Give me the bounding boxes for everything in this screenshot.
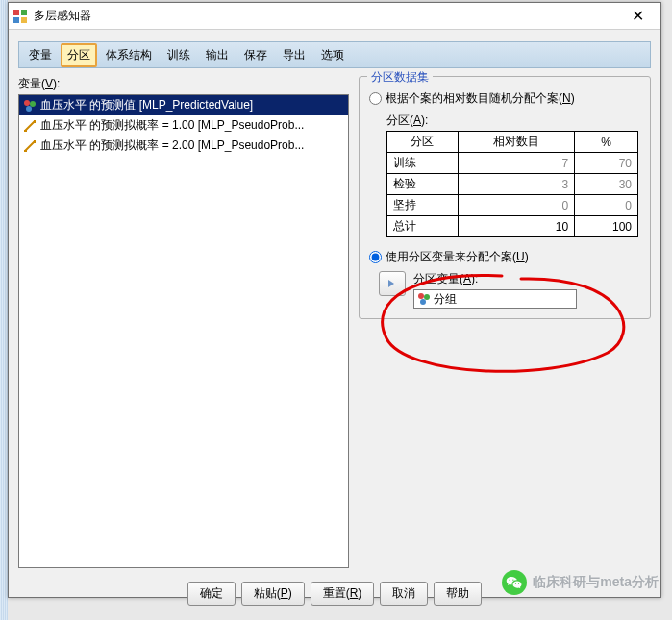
- titlebar: 多层感知器 ✕: [9, 3, 660, 30]
- svg-rect-12: [34, 140, 36, 143]
- dialog-window: 多层感知器 ✕ 变量分区体系结构训练输出保存导出选项 变量(V): 血压水平 的…: [8, 2, 661, 598]
- app-icon: [12, 9, 28, 24]
- tab-1[interactable]: 分区: [61, 43, 97, 67]
- svg-rect-3: [21, 17, 27, 23]
- svg-point-5: [30, 101, 36, 107]
- partition-fieldset: 分区数据集 根据个案的相对数目随机分配个案(N) 分区(A): 分区相对数目%训…: [359, 76, 651, 319]
- partition-variable-label: 分区变量(A):: [413, 271, 577, 287]
- svg-rect-9: [34, 120, 36, 123]
- tab-7[interactable]: 选项: [314, 43, 351, 67]
- table-row: 检验330: [387, 174, 638, 195]
- tab-0[interactable]: 变量: [22, 43, 59, 67]
- variables-listbox[interactable]: 血压水平 的预测值 [MLP_PredictedValue]血压水平 的预测拟概…: [18, 94, 349, 568]
- paste-button[interactable]: 粘贴(P): [241, 582, 305, 606]
- tab-3[interactable]: 训练: [161, 43, 197, 67]
- table-header: %: [575, 132, 638, 153]
- move-variable-button[interactable]: [379, 271, 406, 296]
- tab-6[interactable]: 导出: [276, 43, 312, 67]
- fieldset-legend: 分区数据集: [367, 69, 433, 86]
- table-row: 总计10100: [387, 216, 638, 237]
- svg-point-15: [420, 299, 426, 305]
- watermark: 临床科研与meta分析: [502, 570, 659, 595]
- svg-point-4: [24, 100, 30, 106]
- tab-bar: 变量分区体系结构训练输出保存导出选项: [18, 41, 651, 68]
- help-button[interactable]: 帮助: [434, 582, 482, 606]
- table-row: 坚持00: [387, 195, 638, 216]
- nominal-icon: [417, 292, 431, 306]
- svg-rect-0: [13, 10, 19, 15]
- svg-rect-8: [24, 130, 27, 132]
- tab-4[interactable]: 输出: [199, 43, 236, 67]
- radio-random-assign-input[interactable]: [369, 92, 382, 105]
- radio-use-variable-input[interactable]: [369, 251, 382, 263]
- watermark-text: 临床科研与meta分析: [533, 574, 659, 591]
- svg-line-10: [25, 141, 35, 151]
- reset-button[interactable]: 重置(R): [311, 582, 375, 606]
- radio-random-assign[interactable]: 根据个案的相对数目随机分配个案(N): [369, 90, 640, 107]
- svg-rect-1: [21, 10, 27, 15]
- list-item[interactable]: 血压水平 的预测值 [MLP_PredictedValue]: [19, 95, 348, 115]
- cancel-button[interactable]: 取消: [380, 582, 428, 606]
- variables-label: 变量(V):: [18, 76, 349, 92]
- svg-line-7: [25, 121, 35, 131]
- svg-point-14: [424, 294, 430, 300]
- svg-point-6: [26, 106, 32, 112]
- list-item[interactable]: 血压水平 的预测拟概率 = 1.00 [MLP_PseudoProb...: [19, 115, 348, 136]
- radio-use-variable[interactable]: 使用分区变量来分配个案(U): [369, 249, 640, 265]
- list-item[interactable]: 血压水平 的预测拟概率 = 2.00 [MLP_PseudoProb...: [19, 136, 348, 156]
- arrow-right-icon: [386, 277, 399, 290]
- wechat-icon: [502, 570, 527, 595]
- partition-table: 分区相对数目%训练770检验330坚持00总计10100: [386, 131, 638, 237]
- table-header: 相对数目: [458, 132, 575, 153]
- svg-rect-2: [13, 17, 19, 23]
- partition-variable-field[interactable]: 分组: [413, 289, 577, 309]
- table-header: 分区: [387, 132, 459, 153]
- window-title: 多层感知器: [34, 8, 618, 24]
- tab-2[interactable]: 体系结构: [99, 43, 159, 67]
- partition-variable-value: 分组: [434, 291, 457, 308]
- table-row: 训练770: [387, 153, 638, 174]
- svg-rect-11: [24, 150, 27, 152]
- tab-5[interactable]: 保存: [237, 43, 274, 67]
- ok-button[interactable]: 确定: [187, 582, 236, 606]
- close-button[interactable]: ✕: [618, 5, 657, 28]
- svg-point-13: [418, 293, 424, 299]
- partition-table-label: 分区(A):: [386, 112, 640, 129]
